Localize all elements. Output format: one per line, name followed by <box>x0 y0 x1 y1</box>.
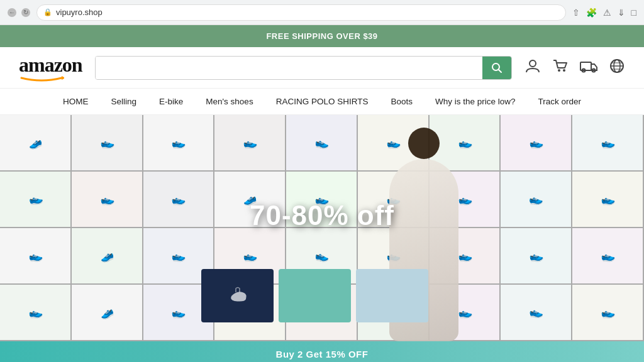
nav-item-racing-polo[interactable]: RACING POLO SHIRTS <box>265 89 380 114</box>
search-button[interactable] <box>482 57 511 79</box>
share-icon[interactable]: ⇧ <box>572 8 580 18</box>
nav-item-ebike[interactable]: E-bike <box>148 89 194 114</box>
svg-point-5 <box>563 69 565 72</box>
truck-icon[interactable] <box>580 59 597 77</box>
reload-button[interactable]: ↻ <box>21 8 30 17</box>
globe-icon[interactable] <box>609 58 625 78</box>
address-bar[interactable]: 🔒 vipuyro.shop <box>36 4 566 21</box>
shoe-box-light <box>356 269 428 322</box>
shoe-boxes <box>201 269 428 322</box>
header: amazon <box>0 47 644 89</box>
cart-icon[interactable] <box>552 58 569 78</box>
search-icon <box>491 62 502 74</box>
nav-item-boots[interactable]: Boots <box>379 89 424 114</box>
nav-item-track-order[interactable]: Track order <box>527 89 593 114</box>
hero-section: 👟 👟 👟 👟 👟 👟 👟 👟 👟 👟 👟 👟 👟 👟 👟 👟 👟 👟 👟 👟 <box>0 115 644 341</box>
bottom-banner: Buy 2 Get 15% OFF <box>0 341 644 362</box>
search-input[interactable] <box>96 57 482 79</box>
top-banner-text: FREE SHIPPING OVER $39 <box>266 31 377 41</box>
logo[interactable]: amazon <box>19 53 82 82</box>
svg-point-4 <box>558 69 560 72</box>
extensions-icon[interactable]: 🧩 <box>586 8 597 18</box>
svg-point-3 <box>530 60 536 67</box>
back-button[interactable]: ← <box>8 8 16 17</box>
browser-actions: ⇧ 🧩 ⚠ ⇓ □ <box>572 8 636 18</box>
lock-icon: 🔒 <box>43 8 52 16</box>
svg-marker-0 <box>62 76 64 80</box>
user-icon[interactable] <box>525 58 541 78</box>
bottom-banner-text: Buy 2 Get 15% OFF <box>276 349 369 359</box>
search-bar[interactable] <box>95 56 512 80</box>
logo-arrow-svg <box>19 74 64 82</box>
logo-text: amazon <box>19 53 82 77</box>
browser-chrome: ← ↻ 🔒 vipuyro.shop ⇧ 🧩 ⚠ ⇓ □ <box>0 0 644 25</box>
hero-discount-text: 70-80% off <box>250 200 394 231</box>
nav-item-price-low[interactable]: Why is the price low? <box>424 89 527 114</box>
download-icon[interactable]: ⇓ <box>618 8 625 18</box>
alert-icon[interactable]: ⚠ <box>603 8 611 18</box>
nav-item-home[interactable]: HOME <box>52 89 100 114</box>
url-text: vipuyro.shop <box>56 8 103 17</box>
header-icons <box>525 58 625 78</box>
shoe-box-dark <box>201 269 274 322</box>
nav: HOME Selling E-bike Men's shoes RACING P… <box>0 89 644 115</box>
svg-line-2 <box>499 69 502 72</box>
nav-item-selling[interactable]: Selling <box>99 89 148 114</box>
shoe-box-teal <box>279 269 351 322</box>
nav-item-mens-shoes[interactable]: Men's shoes <box>194 89 264 114</box>
top-banner: FREE SHIPPING OVER $39 <box>0 25 644 47</box>
window-icon[interactable]: □ <box>631 8 636 18</box>
